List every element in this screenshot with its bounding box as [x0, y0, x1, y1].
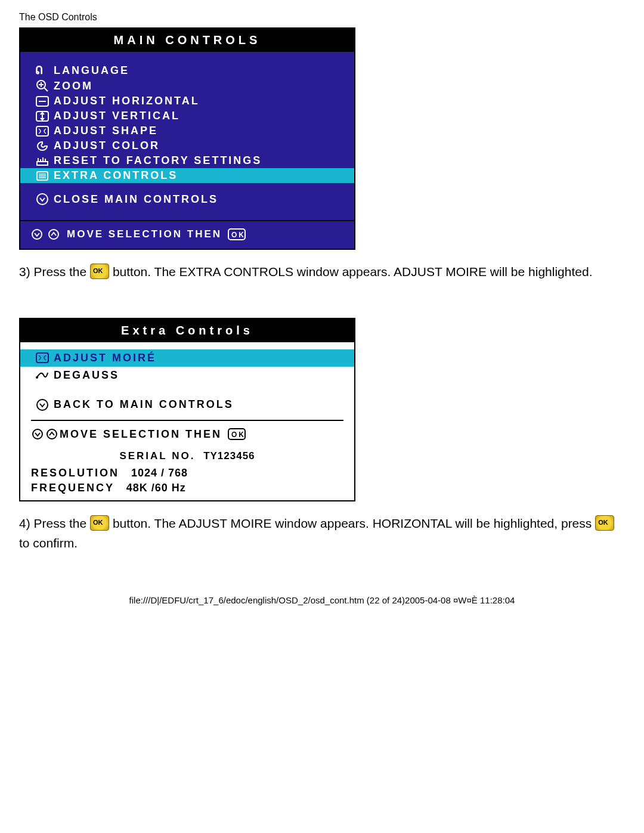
- shape-icon: [31, 126, 54, 137]
- step4-part3: to confirm.: [19, 536, 78, 550]
- svg-rect-10: [37, 162, 48, 165]
- zoom-icon: [31, 79, 54, 92]
- svg-rect-20: [36, 353, 48, 363]
- svg-line-2: [44, 88, 48, 91]
- menu-item-adjust-moire[interactable]: ADJUST MOIRÉ: [20, 349, 354, 367]
- step4-text: 4) Press the button. The ADJUST MOIRE wi…: [19, 513, 625, 553]
- main-controls-body: ᕠ LANGUAGE ZOOM ADJUST HORIZONTAL: [20, 52, 354, 220]
- serial-value: TY123456: [203, 450, 255, 462]
- menu-item-adjust-vertical[interactable]: ADJUST VERTICAL: [20, 109, 354, 123]
- frequency-line: FREQUENCY 48K /60 Hz: [20, 481, 354, 500]
- menu-item-extra-controls[interactable]: EXTRA CONTROLS: [20, 168, 354, 183]
- color-icon: [31, 141, 54, 151]
- menu-item-close[interactable]: CLOSE MAIN CONTROLS: [20, 191, 354, 207]
- menu-label: ADJUST MOIRÉ: [54, 352, 156, 364]
- step3-text: 3) Press the button. The EXTRA CONTROLS …: [19, 262, 625, 282]
- step3-part1: 3) Press the: [19, 265, 90, 278]
- step3-part2: button. The EXTRA CONTROLS window appear…: [113, 265, 593, 278]
- step4-part1: 4) Press the: [19, 516, 90, 530]
- extra-controls-body: ADJUST MOIRÉ DEGAUSS BACK TO MAIN CONTRO…: [20, 342, 354, 500]
- extra-controls-title: Extra Controls: [20, 319, 354, 342]
- ok-button-icon: [595, 515, 614, 531]
- menu-label: DEGAUSS: [54, 369, 119, 382]
- ok-icon: OK: [228, 428, 246, 440]
- ok-icon: OK: [228, 228, 246, 240]
- divider: [31, 420, 343, 421]
- frequency-label: FREQUENCY: [31, 482, 114, 494]
- page-header: The OSD Controls: [19, 12, 625, 23]
- menu-label: ADJUST VERTICAL: [54, 110, 180, 122]
- footer-text: MOVE SELECTION THEN: [67, 228, 222, 240]
- svg-text:ᕠ: ᕠ: [35, 64, 45, 76]
- degauss-icon: [31, 369, 54, 381]
- resolution-value: 1024 / 768: [131, 467, 188, 479]
- svg-text:OK: OK: [231, 431, 246, 439]
- svg-point-16: [32, 230, 42, 239]
- resolution-label: RESOLUTION: [31, 467, 119, 479]
- footer-text: MOVE SELECTION THEN: [60, 428, 222, 441]
- up-arrow-icon: [48, 228, 60, 240]
- vertical-icon: [31, 111, 54, 122]
- menu-item-reset-factory[interactable]: RESET TO FACTORY SETTINGS: [20, 153, 354, 168]
- ok-button-icon: [90, 264, 109, 279]
- main-controls-panel: MAIN CONTROLS ᕠ LANGUAGE ZOOM ADJUST HOR…: [19, 27, 355, 250]
- svg-point-15: [37, 194, 48, 205]
- menu-label: EXTRA CONTROLS: [54, 169, 178, 182]
- up-arrow-icon: [44, 428, 60, 440]
- step4-part2: button. The ADJUST MOIRE window appears.…: [113, 516, 592, 530]
- menu-label: ADJUST COLOR: [54, 140, 160, 152]
- down-arrow-icon: [31, 428, 44, 440]
- serial-label: SERIAL NO.: [119, 450, 195, 462]
- extra-controls-footer: MOVE SELECTION THEN OK: [20, 423, 354, 447]
- svg-rect-9: [36, 126, 48, 136]
- menu-item-adjust-shape[interactable]: ADJUST SHAPE: [20, 123, 354, 138]
- svg-point-24: [47, 429, 57, 439]
- svg-point-22: [37, 400, 48, 410]
- svg-point-23: [33, 429, 42, 439]
- menu-item-zoom[interactable]: ZOOM: [20, 78, 354, 94]
- horizontal-icon: [31, 96, 54, 107]
- menu-item-back[interactable]: BACK TO MAIN CONTROLS: [20, 396, 354, 414]
- ok-button-icon: [90, 515, 109, 531]
- main-controls-title: MAIN CONTROLS: [20, 29, 354, 52]
- serial-line: SERIAL NO. TY123456: [20, 447, 354, 466]
- language-icon: ᕠ: [31, 64, 54, 77]
- back-icon: [31, 398, 54, 411]
- menu-label: ZOOM: [54, 80, 93, 92]
- down-arrow-icon: [31, 228, 43, 240]
- frequency-value: 48K /60 Hz: [126, 482, 186, 494]
- close-icon: [31, 193, 54, 206]
- moire-icon: [31, 352, 54, 364]
- menu-label: ADJUST SHAPE: [54, 125, 158, 137]
- svg-point-17: [49, 230, 58, 239]
- resolution-line: RESOLUTION 1024 / 768: [20, 466, 354, 481]
- menu-label: ADJUST HORIZONTAL: [54, 95, 200, 107]
- extra-controls-panel: Extra Controls ADJUST MOIRÉ DEGAUSS BA: [19, 318, 355, 501]
- svg-point-21: [36, 376, 38, 379]
- extra-icon: [31, 171, 54, 181]
- main-controls-footer: MOVE SELECTION THEN OK: [20, 220, 354, 249]
- menu-item-adjust-horizontal[interactable]: ADJUST HORIZONTAL: [20, 94, 354, 109]
- reset-icon: [31, 156, 54, 166]
- menu-label: CLOSE MAIN CONTROLS: [54, 193, 218, 206]
- menu-item-language[interactable]: ᕠ LANGUAGE: [20, 63, 354, 78]
- menu-item-adjust-color[interactable]: ADJUST COLOR: [20, 138, 354, 153]
- menu-label: BACK TO MAIN CONTROLS: [54, 398, 234, 411]
- menu-label: RESET TO FACTORY SETTINGS: [54, 154, 262, 167]
- svg-text:OK: OK: [231, 231, 246, 239]
- footer-path: file:///D|/EDFU/crt_17_6/edoc/english/OS…: [0, 595, 644, 605]
- menu-label: LANGUAGE: [54, 64, 129, 77]
- menu-item-degauss[interactable]: DEGAUSS: [20, 367, 354, 384]
